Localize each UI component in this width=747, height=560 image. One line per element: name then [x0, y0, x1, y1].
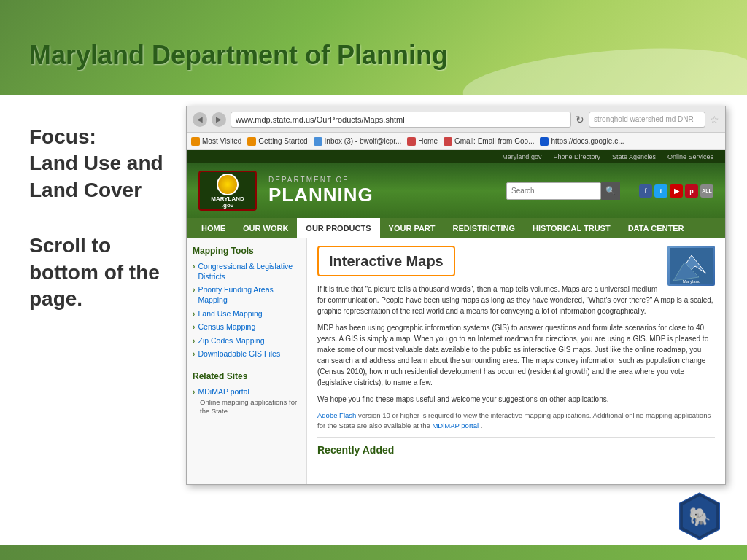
main-content: Mapping Tools Congressional & Legislativ… [187, 238, 725, 484]
twitter-icon[interactable]: t [654, 184, 667, 198]
bookmark-inbox[interactable]: Inbox (3) - bwolf@icpr... [314, 137, 402, 146]
scroll-text: Scroll to bottom of the page. [29, 233, 182, 312]
sidebar-link-priority[interactable]: Priority Funding Areas Mapping [193, 285, 301, 305]
bookmark-home[interactable]: Home [407, 137, 438, 146]
hex-logo-svg: 🐘 [674, 491, 725, 542]
social-icons: f t ▶ p ALL [639, 184, 713, 198]
bookmark-docs[interactable]: https://docs.google.c... [540, 137, 624, 146]
flash-note: Adobe Flash version 10 or higher is requ… [317, 411, 715, 432]
nav-your-part[interactable]: YOUR PART [380, 218, 444, 238]
mdimap-portal-link[interactable]: MDiMAP portal [432, 421, 479, 429]
bookmark-most-visited[interactable]: Most Visited [191, 137, 241, 146]
bookmark-gmail[interactable]: Gmail: Email from Goo... [444, 137, 534, 146]
bottom-strip [0, 516, 747, 545]
nav-home[interactable]: HOME [193, 218, 234, 238]
header-search-button[interactable]: 🔍 [601, 182, 620, 200]
related-sites: Related Sites MDiMAP portal Online mappi… [193, 371, 301, 416]
focus-text: Focus: Land Use and Land Cover [29, 124, 182, 203]
background-bottom-accent [0, 545, 747, 560]
url-bar[interactable]: www.mdp.state.md.us/OurProducts/Maps.sht… [231, 112, 571, 128]
bookmark-icon-docs [540, 137, 549, 146]
bookmarks-bar: Most Visited Getting Started Inbox (3) -… [187, 133, 725, 150]
hex-logo: 🐘 [674, 491, 725, 542]
dept-of-label: DEPARTMENT OF [268, 176, 374, 184]
sidebar: Mapping Tools Congressional & Legislativ… [187, 238, 307, 484]
browser-back-button[interactable]: ◀ [193, 112, 207, 127]
interactive-maps-box: Interactive Maps [317, 246, 455, 276]
header-search: 🔍 [506, 182, 620, 200]
nav-historical-trust[interactable]: HISTORICAL TRUST [524, 218, 619, 238]
content-area: Interactive Maps Maryland If it is true … [307, 238, 725, 484]
svg-text:Maryland: Maryland [682, 279, 700, 284]
bookmark-icon-home [407, 137, 416, 146]
nav-bar: HOME OUR WORK OUR PRODUCTS YOUR PART RED… [187, 218, 725, 238]
related-link-mdimap[interactable]: MDiMAP portal [193, 387, 301, 396]
left-panel: Focus: Land Use and Land Cover Scroll to… [29, 124, 182, 312]
browser-forward-button[interactable]: ▶ [212, 112, 226, 127]
website-top-bar: Maryland.gov Phone Directory State Agenc… [187, 150, 725, 163]
planning-name: PLANNING [268, 184, 374, 206]
bookmark-icon-most-visited [191, 137, 200, 146]
bookmark-icon-gmail [444, 137, 452, 146]
content-paragraph-2: MDP has been using geographic informatio… [317, 322, 715, 388]
svg-text:🐘: 🐘 [689, 506, 711, 528]
slide-title-area: Maryland Department of Planning [29, 40, 448, 71]
content-paragraph-3: We hope you find these maps useful and w… [317, 394, 715, 405]
bookmark-getting-started[interactable]: Getting Started [247, 137, 307, 146]
browser-window: ◀ ▶ www.mdp.state.md.us/OurProducts/Maps… [186, 106, 726, 485]
maryland-logo-text: MARYLAND.gov [211, 195, 244, 209]
all-social-icon[interactable]: ALL [700, 184, 713, 198]
sidebar-section-title: Mapping Tools [193, 246, 301, 256]
related-link-mdimap-desc: Online mapping applications for the Stat… [200, 398, 301, 416]
browser-search-bar[interactable]: stronghold watershed md DNR [589, 112, 705, 128]
interactive-maps-heading: Interactive Maps [329, 253, 444, 269]
maryland-seal [217, 174, 239, 195]
nav-data-center[interactable]: DATA CENTER [619, 218, 693, 238]
slide-title: Maryland Department of Planning [29, 40, 448, 71]
sidebar-link-zip[interactable]: Zip Codes Mapping [193, 336, 301, 346]
recently-added-title: Recently Added [317, 438, 715, 458]
bookmark-icon-inbox [314, 137, 322, 146]
sidebar-link-census[interactable]: Census Mapping [193, 322, 301, 332]
pinterest-icon[interactable]: p [685, 184, 698, 198]
sidebar-link-land-use[interactable]: Land Use Mapping [193, 309, 301, 319]
browser-chrome: ◀ ▶ www.mdp.state.md.us/OurProducts/Maps… [187, 106, 725, 133]
sidebar-link-congressional[interactable]: Congressional & Legislative Districts [193, 262, 301, 281]
facebook-icon[interactable]: f [639, 184, 652, 198]
sidebar-link-gis[interactable]: Downloadable GIS Files [193, 349, 301, 359]
bookmark-star-icon[interactable]: ☆ [710, 114, 719, 125]
nav-our-products[interactable]: OUR PRODUCTS [297, 218, 379, 238]
adobe-flash-link[interactable]: Adobe Flash [317, 411, 356, 419]
header-search-input[interactable] [506, 182, 601, 200]
website-header: MARYLAND.gov DEPARTMENT OF PLANNING 🔍 f … [187, 163, 725, 218]
content-paragraph-1: If it is true that "a picture tells a th… [317, 284, 715, 316]
nav-our-work[interactable]: OUR WORK [234, 218, 297, 238]
map-thumbnail-svg: Maryland [670, 248, 713, 284]
related-sites-title: Related Sites [193, 371, 301, 381]
content-map-image: Maryland [667, 246, 715, 286]
maryland-logo[interactable]: MARYLAND.gov [198, 171, 257, 211]
forward-icon: ▶ [216, 115, 222, 123]
refresh-icon[interactable]: ↻ [576, 114, 584, 125]
youtube-icon[interactable]: ▶ [670, 184, 683, 198]
planning-title: DEPARTMENT OF PLANNING [268, 176, 374, 206]
back-icon: ◀ [197, 115, 203, 123]
bookmark-icon-getting-started [247, 137, 256, 146]
nav-redistricting[interactable]: REDISTRICTING [444, 218, 525, 238]
